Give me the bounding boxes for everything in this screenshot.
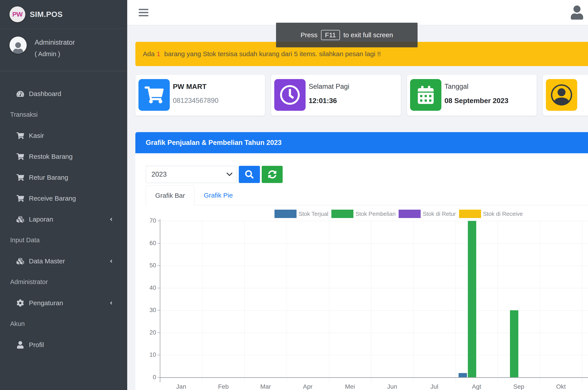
gridline-x <box>498 221 498 382</box>
user-role: ( Admin ) <box>35 50 60 58</box>
tachometer-icon <box>16 90 24 98</box>
x-axis-line <box>160 377 588 378</box>
card-title: Tanggal <box>444 83 469 91</box>
calendar-icon <box>417 86 435 104</box>
sidebar-header-akun: Akun <box>0 313 127 334</box>
y-axis-tick-label: 70 <box>135 217 156 224</box>
refresh-button[interactable] <box>262 166 283 183</box>
y-axis-tick-label: 20 <box>135 329 156 336</box>
y-axis-tick-label: 0 <box>135 374 156 381</box>
sidebar-item-retur-barang[interactable]: Retur Barang <box>0 167 127 188</box>
gridline-x <box>456 221 456 382</box>
sidebar-item-laporan[interactable]: Laporan <box>0 209 127 230</box>
sidebar-header-administrator: Administrator <box>0 272 127 292</box>
legend-swatch <box>399 210 421 218</box>
card-icon-box <box>410 79 441 111</box>
cart-icon <box>16 153 24 160</box>
legend-swatch <box>459 210 481 218</box>
info-card-pw-mart: PW MART081234567890 <box>135 75 265 116</box>
gridline-x <box>244 221 245 382</box>
nav-label: Transaksi <box>10 111 38 118</box>
bar-stok-pembelian-agt <box>468 221 476 378</box>
gridline-y-50 <box>160 266 588 266</box>
gear-icon <box>16 299 24 307</box>
year-select-value: 2023 <box>151 170 167 178</box>
legend-item-stok-di-receive[interactable]: Stok di Receive <box>459 210 523 218</box>
search-button[interactable] <box>239 166 260 183</box>
year-select[interactable]: 2023 <box>146 166 237 183</box>
y-axis-tick-label: 60 <box>135 240 156 247</box>
y-axis-tick-label: 40 <box>135 285 156 291</box>
app-title: SIM.POS <box>30 10 63 19</box>
fullscreen-exit-toast: Press F11 to exit full screen <box>276 23 417 47</box>
x-axis-label-sep: Sep <box>501 383 536 390</box>
tab-grafik-bar[interactable]: Grafik Bar <box>146 185 194 205</box>
nav-label: Receive Barang <box>29 195 76 202</box>
bar-chart: Stok TerjualStok PembelianStok di ReturS… <box>135 207 588 390</box>
gridline-x <box>202 221 202 382</box>
sidebar-header-transaksi: Transaksi <box>0 104 127 125</box>
legend-label: Stok Pembelian <box>355 210 396 217</box>
sidebar-item-restok-barang[interactable]: Restok Barang <box>0 146 127 167</box>
brand[interactable]: PW SIM.POS <box>0 0 127 29</box>
sidebar-item-receive-barang[interactable]: Receive Barang <box>0 188 127 209</box>
user-icon <box>571 5 583 20</box>
sidebar-item-pengaturan[interactable]: Pengaturan <box>0 292 127 313</box>
x-axis-label-feb: Feb <box>206 383 241 390</box>
sidebar-item-dashboard[interactable]: Dashboard <box>0 83 127 104</box>
card-icon-box <box>546 79 577 111</box>
x-axis-label-mei: Mei <box>332 383 367 390</box>
gridline-x <box>329 221 329 382</box>
search-icon <box>245 170 253 179</box>
chart-panel-title: Grafik Penjualan & Pembelian Tahun 2023 <box>146 139 282 147</box>
toast-text: to exit full screen <box>344 31 393 39</box>
alert-text: barang yang Stok tersisa sudah kurang da… <box>164 50 381 58</box>
info-card-tanggal: Tanggal08 September 2023 <box>407 75 537 116</box>
toast-text: Press <box>300 31 317 39</box>
x-axis-label-jul: Jul <box>417 383 452 390</box>
info-card-selamat-pagi: Selamat Pagi12:01:36 <box>271 75 401 116</box>
nav-label: Data Master <box>29 257 65 265</box>
gridline-y-40 <box>160 288 588 288</box>
sidebar-toggle-button[interactable] <box>139 9 148 16</box>
x-axis-label-jan: Jan <box>164 383 199 390</box>
card-icon-box <box>138 79 170 111</box>
y-axis-tick-label: 10 <box>135 351 156 358</box>
sidebar-item-data-master[interactable]: Data Master <box>0 251 127 272</box>
nav-label: Retur Barang <box>29 174 68 181</box>
person-circle-icon <box>551 84 572 105</box>
legend-item-stok-di-retur[interactable]: Stok di Retur <box>399 210 456 218</box>
bar-stok-terjual-agt <box>459 373 467 378</box>
legend-label: Stok di Receive <box>483 210 523 217</box>
x-axis-label-jun: Jun <box>375 383 410 390</box>
x-axis-label-mar: Mar <box>248 383 283 390</box>
topbar-user-menu[interactable] <box>570 5 584 20</box>
legend-label: Stok Terjual <box>298 210 328 217</box>
info-card-user <box>543 75 588 116</box>
chevron-left-icon <box>109 217 114 222</box>
gridline-y-10 <box>160 355 588 355</box>
sidebar-item-kasir[interactable]: Kasir <box>0 125 127 146</box>
hamburger-icon <box>139 9 148 10</box>
pw-mart-logo-icon: PW <box>9 6 25 22</box>
chevron-left-icon <box>109 301 114 305</box>
nav-label: Pengaturan <box>29 299 63 307</box>
card-title: Selamat Pagi <box>309 83 349 91</box>
card-title: PW MART <box>173 83 207 91</box>
card-icon-box <box>274 79 305 111</box>
alert-text: Ada <box>143 50 155 58</box>
user-name[interactable]: Administrator <box>35 39 75 47</box>
legend-item-stok-pembelian[interactable]: Stok Pembelian <box>331 210 396 218</box>
gridline-y-20 <box>160 333 588 333</box>
legend-item-stok-terjual[interactable]: Stok Terjual <box>275 210 328 218</box>
gridline-y-60 <box>160 243 588 244</box>
tab-grafik-pie[interactable]: Grafik Pie <box>197 185 239 205</box>
legend-label: Stok di Retur <box>423 210 456 217</box>
user-icon <box>13 42 23 54</box>
x-axis-label-agt: Agt <box>459 383 494 390</box>
gridline-x <box>540 221 540 382</box>
alert-count: 1 <box>157 50 160 58</box>
refresh-icon <box>268 170 277 179</box>
sidebar-item-profil[interactable]: Profil <box>0 334 127 355</box>
cart-icon <box>16 174 24 181</box>
